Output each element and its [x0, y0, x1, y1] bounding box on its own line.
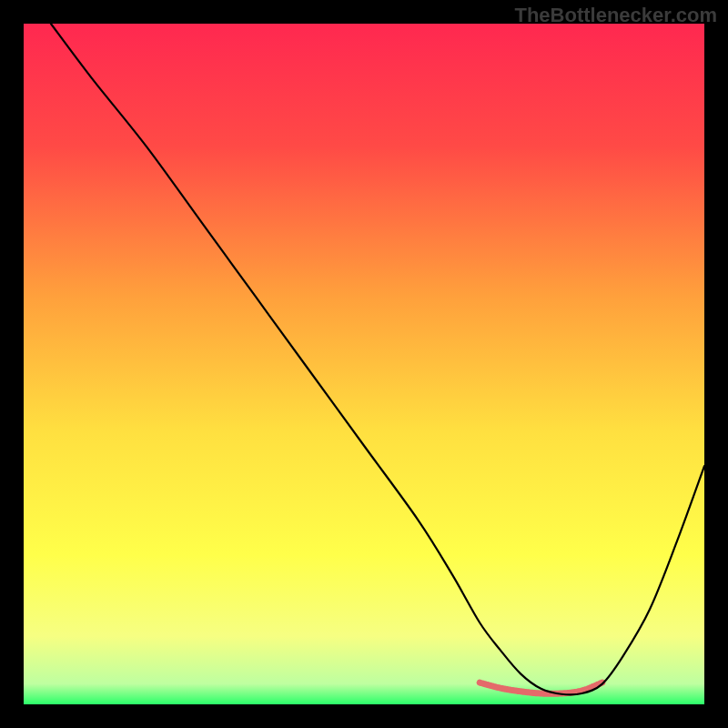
chart-frame: TheBottlenecker.com — [0, 0, 728, 728]
watermark-text: TheBottlenecker.com — [514, 4, 717, 27]
bottleneck-chart — [24, 24, 704, 704]
chart-background — [24, 24, 704, 704]
